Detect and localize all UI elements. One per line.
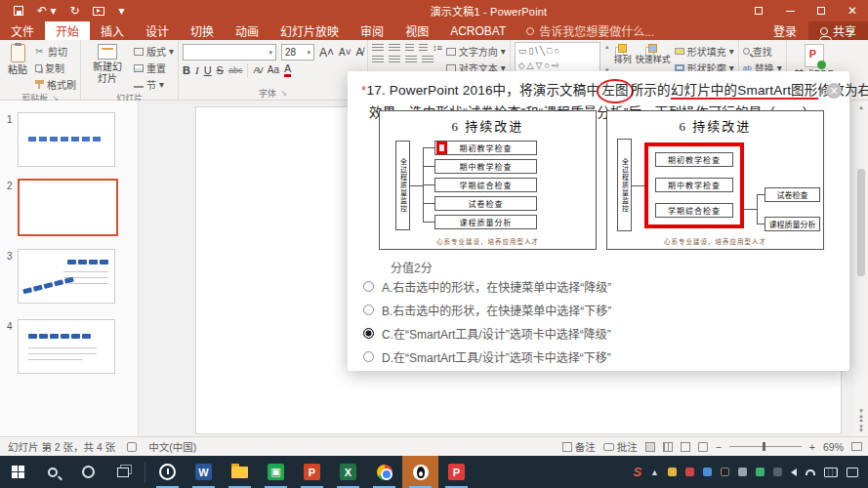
slide-thumbnail-1[interactable] — [18, 112, 115, 167]
slideshow-view-icon[interactable] — [698, 442, 708, 452]
radio-icon[interactable] — [363, 305, 374, 315]
alarms-app-button[interactable] — [149, 456, 186, 488]
previous-slide-icon[interactable]: ▲▲ — [858, 414, 864, 422]
redo-icon[interactable]: ↻ — [69, 5, 79, 17]
action-center-icon[interactable] — [847, 468, 858, 477]
zoom-slider-thumb[interactable] — [763, 442, 765, 451]
font-size-combo[interactable]: 28▾ — [281, 44, 314, 61]
numbering-icon[interactable] — [389, 44, 400, 53]
slide-sorter-view-icon[interactable] — [663, 442, 673, 452]
tray-security-icon[interactable] — [685, 468, 694, 476]
minimize-button[interactable] — [774, 0, 806, 21]
tray-camera-icon[interactable] — [773, 468, 782, 476]
volume-icon[interactable] — [791, 468, 797, 476]
slide-thumbnail-4[interactable] — [18, 319, 115, 374]
tray-qq-icon[interactable] — [721, 468, 729, 476]
shapes-gallery[interactable]: ▭▯\╲□○ ◇△▽○⇨ — [515, 42, 600, 75]
underline-button[interactable]: U — [204, 65, 212, 76]
line-spacing-icon[interactable]: ↕≡ — [433, 44, 442, 53]
wps-presentation-button[interactable]: P — [438, 456, 475, 488]
option-d[interactable]: D.在“SmartArt工具/设计”选项卡中选择“下移” — [363, 348, 611, 365]
tray-message-icon[interactable] — [703, 468, 712, 476]
tab-home[interactable]: 开始 — [45, 21, 90, 40]
taskbar-search-button[interactable] — [35, 456, 70, 488]
change-case-button[interactable]: Aa — [268, 65, 279, 75]
tab-animations[interactable]: 动画 — [225, 21, 269, 40]
align-center-icon[interactable] — [389, 56, 400, 64]
new-slide-button[interactable]: 新建幻灯片 — [85, 42, 130, 92]
screen-share-app-button[interactable]: ▣ — [258, 456, 294, 488]
paste-button[interactable]: 粘贴 — [4, 42, 31, 92]
start-slideshow-icon[interactable] — [93, 7, 104, 16]
tab-insert[interactable]: 插入 — [90, 21, 135, 40]
qq-app-button[interactable] — [402, 456, 438, 488]
next-slide-icon[interactable]: ▼▼ — [858, 425, 864, 432]
option-a[interactable]: A.右击选中的形状，在快捷菜单中选择“降级” — [363, 278, 611, 295]
text-direction-button[interactable]: 文字方向 ▾ — [446, 44, 506, 59]
tab-slideshow[interactable]: 幻灯片放映 — [269, 21, 350, 40]
sogou-input-icon[interactable]: S — [633, 465, 641, 479]
word-app-button[interactable]: W — [186, 456, 222, 488]
zoom-slider[interactable] — [729, 446, 802, 447]
quick-styles-button[interactable]: 快速样式 — [636, 44, 671, 64]
start-button[interactable] — [0, 456, 35, 488]
font-dialog-launcher-icon[interactable]: ↘ — [280, 89, 287, 98]
wifi-icon[interactable] — [806, 469, 815, 475]
scrollbar-thumb[interactable] — [857, 169, 865, 276]
tab-view[interactable]: 视图 — [394, 21, 439, 40]
language-status[interactable]: 中文(中国) — [148, 439, 196, 454]
bold-button[interactable]: B — [183, 65, 190, 76]
copy-button[interactable]: 复制 — [35, 61, 76, 75]
radio-icon[interactable] — [363, 281, 374, 292]
reading-view-icon[interactable] — [681, 442, 690, 452]
decrease-font-icon[interactable]: A˅ — [339, 48, 351, 58]
restore-button[interactable] — [806, 0, 837, 21]
reset-button[interactable]: 重置 — [134, 61, 174, 75]
layout-button[interactable]: 版式 ▾ — [134, 44, 174, 59]
vertical-scrollbar[interactable]: ▲ ▼ ▲▲ ▼▼ — [854, 101, 868, 436]
tell-me-box[interactable]: 告诉我您想要做什么... — [517, 21, 664, 40]
tab-transitions[interactable]: 切换 — [180, 21, 225, 40]
tray-mic-icon[interactable] — [738, 468, 747, 476]
close-button[interactable]: ✕ — [837, 0, 868, 21]
share-button[interactable]: 共享 — [808, 21, 868, 40]
justify-icon[interactable] — [422, 56, 434, 64]
align-right-icon[interactable] — [405, 56, 417, 64]
tab-file[interactable]: 文件 — [0, 21, 45, 40]
strikethrough-button[interactable]: S — [217, 65, 224, 76]
radio-checked-icon[interactable] — [363, 328, 374, 339]
fit-to-window-icon[interactable] — [851, 442, 862, 451]
font-name-combo[interactable]: ▾ — [183, 44, 276, 61]
radio-icon[interactable] — [363, 351, 374, 362]
task-view-button[interactable] — [105, 456, 141, 488]
italic-button[interactable]: I — [195, 65, 199, 76]
clear-formatting-icon[interactable]: A̸ — [356, 47, 363, 58]
shape-fill-button[interactable]: 形状填充 ▾ — [675, 44, 734, 59]
excel-app-button[interactable]: X — [330, 456, 366, 488]
scroll-up-icon[interactable]: ▲ — [858, 104, 864, 110]
align-left-icon[interactable] — [372, 56, 384, 64]
text-shadow-button[interactable]: abc — [228, 66, 243, 75]
find-button[interactable]: 查找 — [743, 44, 782, 59]
cut-button[interactable]: ✂剪切 — [35, 44, 76, 59]
file-explorer-button[interactable] — [222, 456, 258, 488]
tray-clipboard-icon[interactable] — [668, 468, 677, 476]
cortana-button[interactable] — [70, 456, 105, 488]
ribbon-display-options-button[interactable] — [743, 0, 774, 21]
slide-thumbnail-2-selected[interactable] — [18, 179, 118, 236]
normal-view-icon[interactable] — [645, 442, 655, 452]
character-spacing-button[interactable]: AV — [253, 66, 262, 75]
zoom-level[interactable]: 69% — [823, 441, 844, 453]
slide-thumbnail-3[interactable] — [18, 249, 115, 304]
notes-button[interactable]: 备注 — [562, 439, 596, 454]
tray-wechat-icon[interactable] — [756, 468, 765, 476]
save-icon[interactable] — [14, 6, 23, 16]
ime-keyboard-icon[interactable] — [824, 468, 838, 477]
option-b[interactable]: B.右击选中的形状，在快捷菜单中选择“下移” — [363, 302, 611, 318]
powerpoint-app-button[interactable]: P — [294, 456, 330, 488]
sign-in-button[interactable]: 登录 — [762, 21, 808, 40]
increase-indent-icon[interactable] — [419, 44, 428, 53]
zoom-out-icon[interactable]: − — [716, 441, 722, 453]
tray-expand-icon[interactable]: ▲ — [650, 468, 659, 477]
tab-design[interactable]: 设计 — [135, 21, 180, 40]
